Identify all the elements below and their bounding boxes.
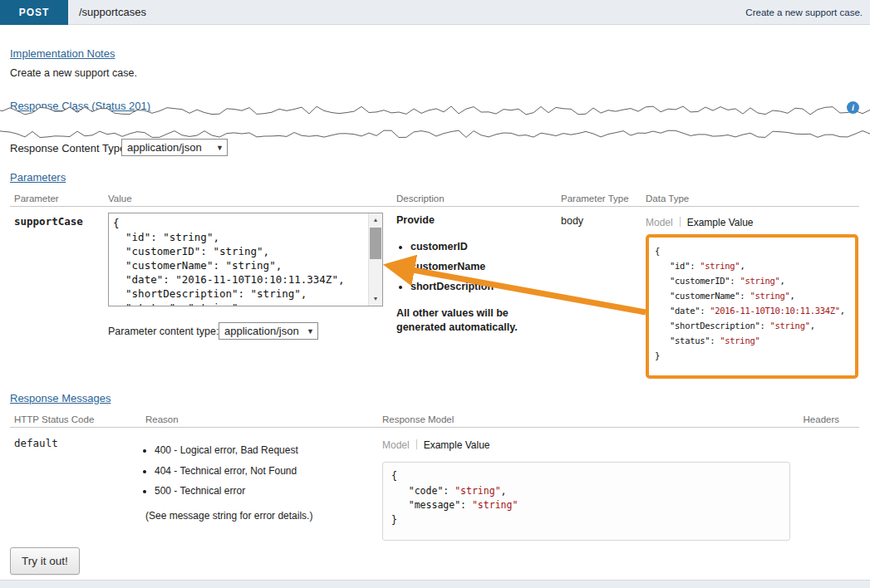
parameter-name: supportCase [14, 215, 83, 228]
description-bullets: customerIDcustomerNameshortDescription [410, 237, 544, 296]
http-method-badge[interactable]: POST [0, 0, 68, 25]
bullet-item: 400 - Logical error, Bad Request [155, 440, 298, 461]
reason-note: (See message string for error details.) [145, 510, 312, 522]
col-value: Value [108, 194, 132, 203]
tab-model[interactable]: Model [646, 217, 673, 228]
table-header-rule [10, 206, 859, 207]
response-messages-heading: Response Messages [10, 392, 111, 404]
example-value-box: { "id": "string", "customerID": "string"… [646, 234, 858, 379]
reason-bullets: 400 - Logical error, Bad Request404 - Te… [155, 440, 298, 502]
response-content-type-select[interactable]: application/json ▼ [121, 139, 228, 156]
col-data-type: Data Type [646, 194, 689, 203]
try-it-out-button[interactable]: Try it out! [10, 547, 80, 575]
col-description: Description [396, 194, 445, 203]
col-parameter: Parameter [14, 194, 59, 203]
parameter-content-type-select[interactable]: application/json ▼ [219, 322, 318, 340]
parameter-description: Provide customerIDcustomerNameshortDescr… [396, 214, 544, 335]
scrollbar-thumb[interactable] [370, 228, 381, 259]
operation-header[interactable]: POST /supportcases Create a new support … [0, 0, 870, 25]
col-headers: Headers [804, 414, 839, 424]
col-http-status-code: HTTP Status Code [14, 414, 94, 424]
col-reason: Reason [145, 414, 179, 424]
response-model-tabs: ModelExample Value [382, 439, 490, 451]
response-content-type-label: Response Content Type [10, 142, 125, 154]
response-class-heading: Response Class (Status 201) [10, 100, 150, 112]
response-model-example-box: { "code": "string", "message": "string"} [382, 462, 790, 541]
data-type-tabs: ModelExample Value [646, 217, 754, 228]
bullet-item: customerName [410, 257, 544, 277]
parameter-value-text[interactable]: { "id": "string", "customerID": "string"… [109, 213, 368, 306]
parameter-content-type-value: application/json [224, 325, 299, 337]
operation-summary: Create a new support case. [745, 0, 863, 25]
tab-example-value[interactable]: Example Value [687, 217, 754, 228]
tab-divider [680, 217, 681, 227]
bullet-item: 500 - Technical error [155, 481, 298, 502]
info-icon[interactable]: i [847, 101, 859, 114]
parameter-value-editor[interactable]: { "id": "string", "customerID": "string"… [108, 213, 383, 306]
endpoint-path[interactable]: /supportcases [79, 0, 146, 25]
scrollbar[interactable]: ▲ ▼ [368, 213, 382, 306]
bullet-item: customerID [410, 237, 544, 257]
implementation-notes-text: Create a new support case. [10, 67, 137, 79]
bullet-item: shortDescription [410, 277, 544, 296]
parameters-heading: Parameters [10, 171, 66, 184]
chevron-down-icon: ▼ [216, 144, 224, 152]
description-intro: Provide [396, 214, 544, 226]
response-status-code: default [14, 437, 58, 449]
bullet-item: 404 - Technical error, Not Found [155, 461, 298, 482]
scroll-down-icon[interactable]: ▼ [369, 292, 382, 306]
swagger-operation-panel: POST /supportcases Create a new support … [0, 0, 870, 588]
col-parameter-type: Parameter Type [561, 194, 629, 203]
tab-example-value[interactable]: Example Value [424, 439, 490, 451]
implementation-notes-heading: Implementation Notes [10, 47, 115, 60]
parameter-content-type-label: Parameter content type: [108, 326, 219, 337]
tab-model[interactable]: Model [382, 439, 410, 451]
example-json: { "id": "string", "customerID": "string"… [655, 243, 853, 363]
table-header-rule [10, 427, 859, 428]
description-note: All other values will be generated autom… [396, 306, 531, 335]
parameter-type-value: body [561, 215, 583, 227]
scroll-up-icon[interactable]: ▲ [369, 213, 382, 227]
response-model-json: { "code": "string", "message": "string"} [391, 469, 781, 527]
col-response-model: Response Model [382, 414, 454, 424]
response-content-type-value: application/json [127, 141, 202, 154]
tab-divider [416, 439, 417, 449]
chevron-down-icon: ▼ [307, 327, 314, 336]
bottom-bar [0, 580, 870, 588]
